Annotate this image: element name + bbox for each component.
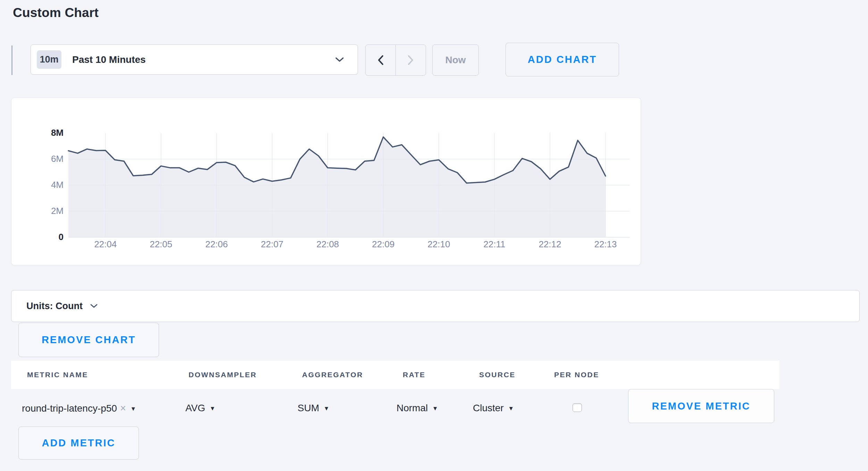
chevron-down-icon [335,57,344,62]
caret-down-icon: ▾ [509,404,513,412]
column-header-source: SOURCE [479,361,516,389]
caret-down-icon: ▾ [132,404,135,413]
downsampler-value: AVG [185,403,205,414]
y-axis-tick-label: 0 [25,232,64,242]
chevron-down-icon [90,304,98,308]
y-axis-tick-label: 6M [25,154,64,164]
add-metric-button[interactable]: ADD METRIC [18,427,139,460]
custom-chart-page: Custom Chart 10m Past 10 Minutes Now ADD… [0,0,868,471]
y-axis-tick-label: 8M [25,127,64,138]
x-axis-tick-label: 22:09 [359,239,408,250]
aggregator-select[interactable]: SUM ▾ [298,403,328,414]
chevron-right-icon [408,55,414,65]
chevron-left-icon [377,55,384,65]
add-chart-button[interactable]: ADD CHART [506,43,619,76]
source-select[interactable]: Cluster ▾ [473,403,513,414]
column-header-metric-name: METRIC NAME [27,361,88,389]
time-range-label: Past 10 Minutes [72,54,146,65]
close-icon[interactable]: × [120,403,126,414]
time-nav-group [365,44,426,76]
time-next-button[interactable] [395,45,426,75]
time-prev-button[interactable] [366,45,395,75]
chart-area-fill [68,137,606,237]
remove-chart-button[interactable]: REMOVE CHART [18,323,159,357]
metrics-table-header: METRIC NAME DOWNSAMPLER AGGREGATOR RATE … [11,361,779,389]
metric-name-value: round-trip-latency-p50 [22,403,117,414]
x-axis-tick-label: 22:10 [415,239,463,250]
per-node-checkbox[interactable] [573,403,582,412]
rate-select[interactable]: Normal ▾ [397,403,437,414]
column-header-aggregator: AGGREGATOR [302,361,363,389]
column-header-per-node: PER NODE [554,361,599,389]
chart-card: 8M6M4M2M022:0422:0522:0622:0722:0822:092… [11,98,641,265]
y-axis-tick-label: 2M [25,206,64,216]
column-header-downsampler: DOWNSAMPLER [189,361,257,389]
toolbar-left-rule [11,46,12,75]
time-range-dropdown[interactable]: 10m Past 10 Minutes [31,44,358,75]
source-value: Cluster [473,403,504,414]
metric-name-select[interactable]: round-trip-latency-p50 × ▾ [22,403,135,414]
x-axis-tick-label: 22:11 [470,239,519,250]
page-title: Custom Chart [13,6,99,20]
caret-down-icon: ▾ [211,404,214,412]
downsampler-select[interactable]: AVG ▾ [185,403,214,414]
rate-value: Normal [397,403,428,414]
x-axis-tick-label: 22:13 [581,239,630,250]
x-axis-tick-label: 22:04 [81,239,130,250]
x-axis-tick-label: 22:06 [192,239,241,250]
remove-metric-button[interactable]: REMOVE METRIC [628,389,774,423]
y-axis-tick-label: 4M [25,180,64,190]
column-header-rate: RATE [403,361,426,389]
now-button[interactable]: Now [432,44,479,76]
x-axis-tick-label: 22:12 [526,239,574,250]
units-dropdown[interactable]: Units: Count [11,290,860,322]
chart-plot-area[interactable] [68,133,631,241]
aggregator-value: SUM [298,403,319,414]
x-axis-tick-label: 22:08 [303,239,352,250]
caret-down-icon: ▾ [325,404,328,412]
x-axis-tick-label: 22:07 [248,239,297,250]
caret-down-icon: ▾ [433,404,437,412]
time-range-badge: 10m [37,50,61,69]
units-label: Units: Count [26,301,83,312]
x-axis-tick-label: 22:05 [137,239,185,250]
